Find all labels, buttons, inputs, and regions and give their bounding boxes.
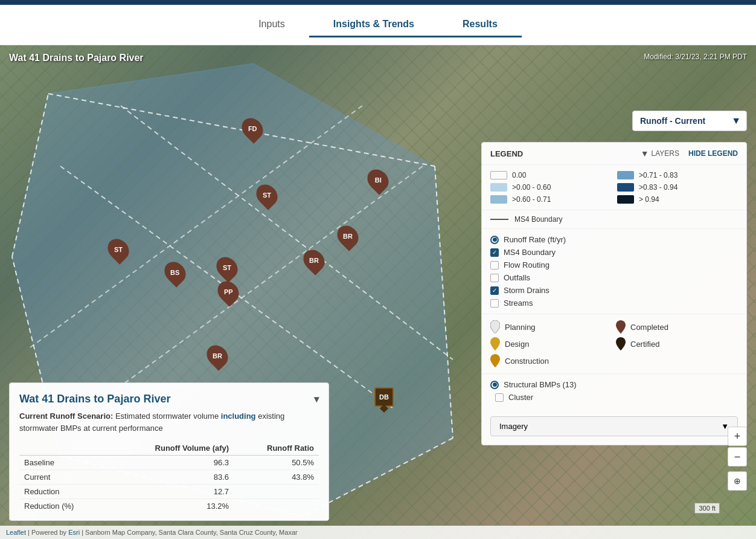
legend-panel: LEGEND ▼ LAYERS HIDE LEGEND 0.00 >0.71 -… <box>481 142 747 445</box>
legend-color-094: > 0.94 <box>617 195 738 204</box>
row-baseline-vol: 96.3 <box>108 456 234 470</box>
esri-link[interactable]: Esri <box>68 529 80 536</box>
legend-color-000: >0.00 - 0.60 <box>490 183 611 192</box>
runoff-table: Runoff Volume (afy) Runoff Ratio Baselin… <box>19 441 319 513</box>
row-reduction-ratio <box>234 485 319 499</box>
layers-section: Runoff Rate (ft/yr) MS4 Boundary Flow Ro… <box>482 229 746 314</box>
legend-ms4-boundary: MS4 Boundary <box>482 210 746 229</box>
row-reduction-label: Reduction <box>19 485 108 499</box>
tab-insights[interactable]: Insights & Trends <box>309 13 438 37</box>
map-modified-date: Modified: 3/21/23, 2:21 PM PDT <box>644 53 747 61</box>
structural-bmps-item[interactable]: Structural BMPs (13) <box>490 380 738 389</box>
bmp-design-label: Design <box>505 340 529 349</box>
pin-pp[interactable]: PP <box>217 281 239 303</box>
cluster-item[interactable]: Cluster <box>490 393 738 402</box>
scenario-label: Current Runoff Scenario: <box>19 412 113 421</box>
legend-title: LEGEND <box>490 149 641 158</box>
bmp-stages-section: Planning Completed Design Certified Cons… <box>482 314 746 374</box>
pin-db[interactable]: DB <box>373 386 395 408</box>
imagery-button[interactable]: Imagery ▼ <box>490 416 738 436</box>
layer-ms4-checkbox[interactable] <box>490 248 499 257</box>
locate-button[interactable]: ⊕ <box>728 471 747 491</box>
layer-runoff-radio[interactable] <box>490 236 499 244</box>
pin-br3[interactable]: BR <box>207 345 228 367</box>
row-current-vol: 83.6 <box>108 470 234 485</box>
row-reductionpct-label: Reduction (%) <box>19 499 108 514</box>
legend-color-083: >0.83 - 0.94 <box>617 183 738 192</box>
table-col1 <box>19 441 108 456</box>
layer-stormdrains-checkbox[interactable] <box>490 286 499 295</box>
layer-streams-checkbox[interactable] <box>490 299 499 308</box>
table-row-baseline: Baseline 96.3 50.5% <box>19 456 319 470</box>
pin-fd[interactable]: FD <box>242 118 263 140</box>
layer-outfalls-checkbox[interactable] <box>490 274 499 282</box>
map-container: Wat 41 Drains to Pajaro River Modified: … <box>0 45 756 539</box>
pin-bi[interactable]: BI <box>367 169 389 191</box>
table-col3: Runoff Ratio <box>234 441 319 456</box>
structural-bmps-section: Structural BMPs (13) Cluster <box>482 374 746 412</box>
layer-storm-drains[interactable]: Storm Drains <box>490 286 738 295</box>
imagery-label: Imagery <box>499 422 528 431</box>
legend-color-071: >0.71 - 0.83 <box>617 171 738 179</box>
collapse-button[interactable]: ▾ <box>314 393 319 405</box>
tab-results[interactable]: Results <box>438 13 522 37</box>
layer-flow-checkbox[interactable] <box>490 261 499 270</box>
table-row-reduction-pct: Reduction (%) 13.2% <box>19 499 319 514</box>
layer-outfalls-label: Outfalls <box>504 273 530 282</box>
layer-runoff-label: Runoff Rate (ft/yr) <box>504 235 566 244</box>
row-reductionpct-vol: 13.2% <box>108 499 234 514</box>
layer-runoff-rate[interactable]: Runoff Rate (ft/yr) <box>490 235 738 244</box>
tab-inputs[interactable]: Inputs <box>234 13 309 37</box>
info-panel-title: Wat 41 Drains to Pajaro River <box>19 393 170 405</box>
layer-streams[interactable]: Streams <box>490 299 738 308</box>
row-current-label: Current <box>19 470 108 485</box>
cluster-label: Cluster <box>508 393 533 402</box>
row-baseline-label: Baseline <box>19 456 108 470</box>
legend-hide-btn[interactable]: HIDE LEGEND <box>688 149 738 158</box>
structural-bmps-label: Structural BMPs (13) <box>504 380 577 389</box>
bmp-completed-label: Completed <box>630 323 668 332</box>
bmp-certified-label: Certified <box>630 340 659 349</box>
pin-st3[interactable]: ST <box>216 257 238 279</box>
zoom-in-button[interactable]: + <box>728 427 747 446</box>
table-row-current: Current 83.6 43.8% <box>19 470 319 485</box>
pin-br1[interactable]: BR <box>337 225 359 247</box>
bmp-planning-label: Planning <box>505 323 536 332</box>
scenario-desc: Estimated stormwater volume <box>115 412 219 421</box>
zoom-controls: + − ⊕ <box>728 427 747 491</box>
scenario-dropdown[interactable]: Runoff - Current Runoff - Baseline Runof… <box>632 111 747 131</box>
bmp-completed: Completed <box>616 320 738 334</box>
bmp-construction-label: Construction <box>505 357 549 366</box>
scale-bar: 300 ft <box>694 503 720 514</box>
bmp-design: Design <box>490 337 612 350</box>
table-row-reduction: Reduction 12.7 <box>19 485 319 499</box>
cluster-checkbox[interactable] <box>495 393 504 402</box>
row-baseline-ratio: 50.5% <box>234 456 319 470</box>
info-panel: Wat 41 Drains to Pajaro River ▾ Current … <box>9 382 329 521</box>
pin-st2[interactable]: ST <box>107 239 129 260</box>
map-attribution: Leaflet | Powered by Esri | Sanborn Map … <box>0 526 756 539</box>
structural-bmps-radio[interactable] <box>490 381 499 389</box>
row-reductionpct-ratio <box>234 499 319 514</box>
layer-flow-label: Flow Routing <box>504 260 549 270</box>
legend-colors: 0.00 >0.71 - 0.83 >0.00 - 0.60 >0.83 - 0… <box>482 165 746 210</box>
bmp-certified: Certified <box>616 337 738 350</box>
pin-bs[interactable]: BS <box>164 262 186 283</box>
layer-flow-routing[interactable]: Flow Routing <box>490 260 738 270</box>
pin-st1[interactable]: ST <box>256 184 278 206</box>
scenario-dropdown-wrapper[interactable]: Runoff - Current Runoff - Baseline Runof… <box>632 111 747 131</box>
pin-br2[interactable]: BR <box>303 250 325 271</box>
row-reduction-vol: 12.7 <box>108 485 234 499</box>
layer-stormdrains-label: Storm Drains <box>504 286 549 295</box>
row-current-ratio: 43.8% <box>234 470 319 485</box>
legend-color-060: >0.60 - 0.71 <box>490 195 611 204</box>
layer-streams-label: Streams <box>504 299 533 308</box>
zoom-out-button[interactable]: − <box>728 447 747 466</box>
scenario-highlight: including <box>221 412 256 421</box>
layer-outfalls[interactable]: Outfalls <box>490 273 738 282</box>
layer-ms4[interactable]: MS4 Boundary <box>490 248 738 257</box>
legend-layers-btn[interactable]: ▼ LAYERS <box>641 149 679 158</box>
leaflet-link[interactable]: Leaflet <box>6 529 26 536</box>
bmp-planning: Planning <box>490 320 612 334</box>
table-col2: Runoff Volume (afy) <box>108 441 234 456</box>
